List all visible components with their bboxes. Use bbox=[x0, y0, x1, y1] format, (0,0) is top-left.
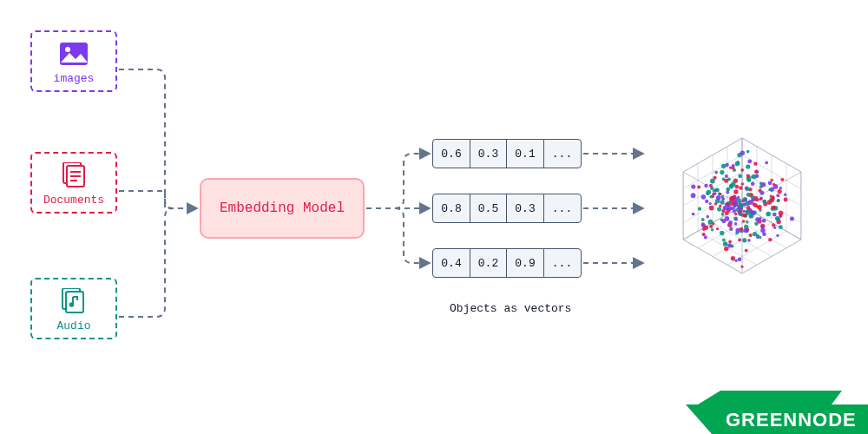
svg-point-9 bbox=[69, 302, 75, 307]
svg-point-311 bbox=[749, 214, 753, 218]
svg-point-120 bbox=[738, 258, 742, 262]
svg-point-236 bbox=[722, 239, 726, 242]
svg-point-216 bbox=[755, 217, 760, 221]
svg-point-261 bbox=[776, 194, 779, 197]
svg-point-307 bbox=[779, 214, 782, 218]
svg-point-193 bbox=[754, 170, 759, 174]
svg-point-189 bbox=[691, 193, 696, 198]
svg-point-135 bbox=[760, 228, 766, 233]
svg-point-274 bbox=[734, 213, 738, 216]
svg-point-254 bbox=[746, 187, 749, 191]
svg-point-62 bbox=[763, 200, 766, 203]
svg-point-161 bbox=[720, 170, 724, 174]
svg-point-111 bbox=[743, 210, 746, 213]
svg-point-256 bbox=[709, 225, 713, 228]
vectors-caption: Objects as vectors bbox=[450, 302, 571, 315]
svg-point-288 bbox=[765, 161, 768, 165]
svg-point-198 bbox=[729, 227, 733, 231]
svg-rect-8 bbox=[66, 292, 83, 312]
svg-point-74 bbox=[711, 228, 713, 231]
svg-point-211 bbox=[780, 178, 784, 181]
svg-point-242 bbox=[735, 208, 739, 212]
svg-point-95 bbox=[746, 164, 750, 168]
svg-point-220 bbox=[738, 239, 741, 242]
svg-point-287 bbox=[747, 179, 751, 182]
svg-point-243 bbox=[714, 171, 718, 174]
svg-point-301 bbox=[740, 227, 743, 231]
vector-row: 0.4 0.2 0.9 ... bbox=[432, 248, 582, 278]
brand-text: GREENNODE bbox=[726, 409, 857, 431]
svg-point-154 bbox=[772, 206, 776, 210]
svg-point-294 bbox=[701, 194, 707, 200]
svg-point-205 bbox=[719, 205, 721, 207]
svg-point-284 bbox=[720, 231, 724, 235]
svg-point-302 bbox=[753, 211, 757, 214]
svg-point-169 bbox=[734, 185, 739, 189]
svg-point-273 bbox=[705, 200, 708, 203]
svg-point-269 bbox=[721, 213, 725, 216]
svg-point-140 bbox=[717, 207, 721, 211]
svg-point-178 bbox=[778, 189, 782, 194]
embedding-model-label: Embedding Model bbox=[220, 201, 345, 216]
vector-cell: 0.5 bbox=[470, 194, 508, 223]
svg-point-240 bbox=[747, 159, 752, 163]
svg-point-303 bbox=[733, 201, 738, 205]
svg-point-275 bbox=[728, 201, 732, 204]
svg-point-93 bbox=[751, 181, 755, 186]
svg-point-224 bbox=[777, 199, 780, 202]
svg-point-117 bbox=[762, 219, 766, 223]
input-images-box: images bbox=[30, 30, 117, 92]
svg-point-180 bbox=[691, 184, 695, 188]
embedding-model-box: Embedding Model bbox=[200, 178, 365, 239]
input-audio-box: Audio bbox=[30, 278, 117, 339]
vector-cell: 0.8 bbox=[432, 194, 470, 223]
vector-cell: 0.3 bbox=[470, 139, 508, 168]
svg-point-249 bbox=[721, 219, 726, 223]
svg-point-63 bbox=[704, 184, 707, 187]
svg-point-202 bbox=[756, 199, 760, 202]
svg-point-101 bbox=[698, 207, 701, 210]
svg-point-239 bbox=[739, 203, 744, 208]
svg-point-290 bbox=[768, 188, 772, 192]
svg-point-268 bbox=[767, 200, 773, 205]
svg-point-296 bbox=[746, 193, 751, 197]
svg-point-218 bbox=[766, 212, 771, 217]
svg-point-226 bbox=[731, 256, 735, 260]
svg-point-271 bbox=[729, 166, 732, 168]
svg-point-75 bbox=[734, 222, 738, 226]
svg-point-279 bbox=[716, 195, 721, 201]
vector-cell: ... bbox=[543, 248, 582, 278]
vector-cell: ... bbox=[543, 139, 582, 168]
svg-point-264 bbox=[773, 227, 776, 229]
svg-point-277 bbox=[784, 198, 788, 202]
svg-point-245 bbox=[708, 220, 713, 225]
svg-point-109 bbox=[749, 233, 753, 237]
svg-point-266 bbox=[738, 174, 742, 179]
svg-point-85 bbox=[702, 233, 706, 236]
vector-row: 0.6 0.3 0.1 ... bbox=[432, 139, 582, 168]
svg-point-270 bbox=[755, 174, 759, 178]
svg-point-99 bbox=[748, 200, 753, 205]
svg-point-229 bbox=[725, 211, 729, 215]
svg-point-79 bbox=[719, 193, 721, 195]
svg-point-276 bbox=[779, 187, 782, 190]
svg-point-209 bbox=[740, 214, 742, 216]
svg-point-272 bbox=[709, 195, 712, 198]
svg-point-310 bbox=[770, 195, 773, 198]
svg-point-146 bbox=[775, 216, 779, 220]
svg-point-309 bbox=[726, 191, 729, 194]
svg-point-260 bbox=[721, 164, 727, 169]
svg-point-253 bbox=[728, 240, 732, 244]
svg-point-170 bbox=[751, 195, 755, 200]
svg-point-102 bbox=[773, 213, 777, 217]
input-images-label: images bbox=[54, 72, 95, 85]
svg-point-225 bbox=[725, 174, 728, 178]
svg-point-56 bbox=[746, 150, 750, 154]
vector-cell: 0.9 bbox=[506, 248, 544, 278]
svg-point-304 bbox=[743, 214, 747, 218]
vector-cell: 0.3 bbox=[506, 194, 544, 223]
svg-point-262 bbox=[731, 196, 736, 201]
svg-point-72 bbox=[709, 202, 712, 205]
svg-marker-313 bbox=[698, 391, 842, 404]
svg-point-153 bbox=[734, 260, 737, 262]
